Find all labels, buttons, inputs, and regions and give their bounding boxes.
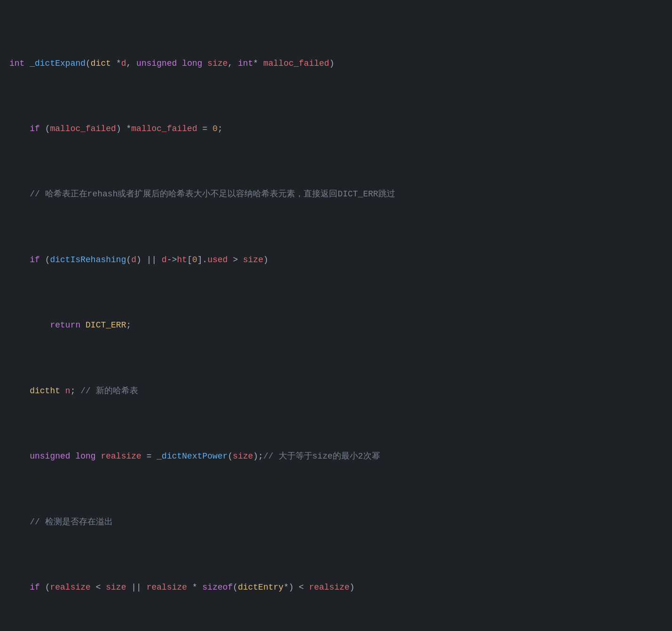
code-line-7: unsigned long realsize = _dictNextPower(…: [9, 450, 663, 463]
code-line-8: // 检测是否存在溢出: [9, 516, 663, 529]
code-line-2: if (malloc_failed) *malloc_failed = 0;: [9, 123, 663, 136]
code-line-1: int _dictExpand(dict *d, unsigned long s…: [9, 57, 663, 70]
code-line-5: return DICT_ERR;: [9, 319, 663, 332]
code-line-3: // 哈希表正在rehash或者扩展后的哈希表大小不足以容纳哈希表元素，直接返回…: [9, 188, 663, 201]
code-editor: int _dictExpand(dict *d, unsigned long s…: [0, 0, 672, 631]
code-line-9: if (realsize < size || realsize * sizeof…: [9, 581, 663, 594]
code-line-6: dictht n; // 新的哈希表: [9, 385, 663, 398]
code-line-4: if (dictIsRehashing(d) || d->ht[0].used …: [9, 254, 663, 267]
